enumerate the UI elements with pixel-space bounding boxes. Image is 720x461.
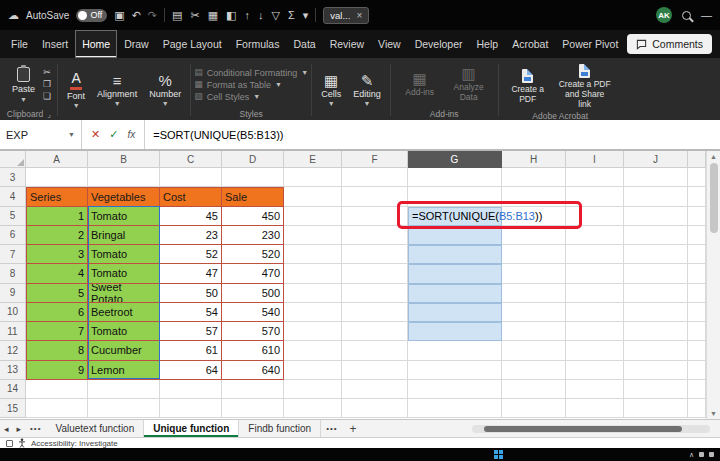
- row-header-3[interactable]: 3: [0, 168, 26, 187]
- cell-I15[interactable]: [566, 399, 624, 418]
- format-as-table-button[interactable]: ▦ Format as Table ▼: [194, 80, 308, 90]
- sheet-next-icon[interactable]: ▸: [13, 424, 26, 434]
- cell-C9[interactable]: 50: [160, 284, 222, 303]
- sigma-icon[interactable]: Σ: [288, 10, 295, 21]
- ribbon-tab-formulas[interactable]: Formulas: [229, 30, 287, 58]
- cell-K14[interactable]: [688, 380, 706, 399]
- cell-G7[interactable]: [408, 245, 502, 264]
- sort-desc-icon[interactable]: ↓: [258, 10, 264, 21]
- vertical-scrollbar[interactable]: ▲ ▼: [706, 151, 720, 419]
- horizontal-scroll-thumb[interactable]: [484, 426, 682, 432]
- row-header-14[interactable]: 14: [0, 380, 26, 399]
- cell-K8[interactable]: [688, 264, 706, 283]
- cell-H6[interactable]: [502, 226, 566, 245]
- cell-B15[interactable]: [88, 399, 160, 418]
- cell-G11[interactable]: [408, 322, 502, 341]
- cell-C3[interactable]: [160, 168, 222, 187]
- cell-K5[interactable]: [688, 207, 706, 226]
- vertical-scroll-thumb[interactable]: [710, 163, 718, 233]
- cell-G15[interactable]: [408, 399, 502, 418]
- undo-icon[interactable]: ↶: [132, 10, 141, 21]
- scissors-icon[interactable]: ✂: [190, 10, 199, 21]
- conditional-formatting-button[interactable]: ▤ Conditional Formatting ▼: [194, 68, 308, 78]
- cell-A13[interactable]: 9: [26, 361, 88, 380]
- cell-A12[interactable]: 8: [26, 341, 88, 360]
- cell-K6[interactable]: [688, 226, 706, 245]
- cell-C8[interactable]: 47: [160, 264, 222, 283]
- column-header-partial[interactable]: [688, 151, 706, 168]
- column-header-G[interactable]: G: [408, 151, 502, 168]
- cell-C14[interactable]: [160, 380, 222, 399]
- cell-D14[interactable]: [222, 380, 284, 399]
- avatar[interactable]: AK: [656, 7, 672, 23]
- scroll-up-icon[interactable]: ▲: [710, 153, 717, 160]
- cell-F10[interactable]: [342, 303, 408, 322]
- cell-F7[interactable]: [342, 245, 408, 264]
- cell-J7[interactable]: [624, 245, 688, 264]
- cell-C15[interactable]: [160, 399, 222, 418]
- cell-G9[interactable]: [408, 284, 502, 303]
- cell-H15[interactable]: [502, 399, 566, 418]
- ribbon-tab-data[interactable]: Data: [286, 30, 322, 58]
- cell-G13[interactable]: [408, 361, 502, 380]
- cell-I7[interactable]: [566, 245, 624, 264]
- cell-K10[interactable]: [688, 303, 706, 322]
- cell-B8[interactable]: Tomato: [88, 264, 160, 283]
- cell-E3[interactable]: [284, 168, 342, 187]
- cell-C11[interactable]: 57: [160, 322, 222, 341]
- ribbon-tab-view[interactable]: View: [371, 30, 408, 58]
- cell-J12[interactable]: [624, 341, 688, 360]
- column-header-J[interactable]: J: [624, 151, 688, 168]
- cell-A5[interactable]: 1: [26, 207, 88, 226]
- cell-A8[interactable]: 4: [26, 264, 88, 283]
- cell-C6[interactable]: 23: [160, 226, 222, 245]
- cell-F13[interactable]: [342, 361, 408, 380]
- cell-I3[interactable]: [566, 168, 624, 187]
- ribbon-tab-draw[interactable]: Draw: [117, 30, 156, 58]
- cell-D9[interactable]: 500: [222, 284, 284, 303]
- create-pdf-button[interactable]: Create a PDF: [505, 67, 551, 107]
- cell-A6[interactable]: 2: [26, 226, 88, 245]
- sheet-tab-valuetext-function[interactable]: Valuetext function: [46, 420, 144, 437]
- ribbon-tab-home[interactable]: Home: [75, 30, 117, 58]
- chevron-down-icon[interactable]: ▾: [303, 10, 309, 21]
- cell-E6[interactable]: [284, 226, 342, 245]
- cell-H9[interactable]: [502, 284, 566, 303]
- clipboard-icon[interactable]: ▤: [172, 10, 182, 21]
- cell-B10[interactable]: Beetroot: [88, 303, 160, 322]
- alignment-group-button[interactable]: ≡ Alignment ▼: [91, 60, 143, 120]
- cell-G12[interactable]: [408, 341, 502, 360]
- enter-icon[interactable]: ✓: [109, 129, 118, 140]
- cell-K13[interactable]: [688, 361, 706, 380]
- cell-D8[interactable]: 470: [222, 264, 284, 283]
- accessibility-status[interactable]: Accessibility: Investigate: [31, 439, 118, 448]
- cell-C10[interactable]: 54: [160, 303, 222, 322]
- search-box[interactable]: val... ×: [323, 7, 369, 24]
- column-header-H[interactable]: H: [502, 151, 566, 168]
- horizontal-scrollbar[interactable]: [472, 425, 710, 433]
- search-icon[interactable]: [682, 11, 691, 20]
- column-header-E[interactable]: E: [284, 151, 342, 168]
- select-all-button[interactable]: [0, 151, 26, 168]
- addins-button[interactable]: ▦ Add-ins: [397, 69, 443, 100]
- cell-E12[interactable]: [284, 341, 342, 360]
- cell-F8[interactable]: [342, 264, 408, 283]
- ribbon-tab-insert[interactable]: Insert: [35, 30, 75, 58]
- cell-E9[interactable]: [284, 284, 342, 303]
- ribbon-tab-file[interactable]: File: [4, 30, 35, 58]
- cell-I10[interactable]: [566, 303, 624, 322]
- cell-F5[interactable]: [342, 207, 408, 226]
- cell-I11[interactable]: [566, 322, 624, 341]
- cell-J3[interactable]: [624, 168, 688, 187]
- cell-H4[interactable]: [502, 187, 566, 206]
- cell-J11[interactable]: [624, 322, 688, 341]
- cell-A3[interactable]: [26, 168, 88, 187]
- cell-B13[interactable]: Lemon: [88, 361, 160, 380]
- column-header-D[interactable]: D: [222, 151, 284, 168]
- cell-D15[interactable]: [222, 399, 284, 418]
- column-header-C[interactable]: C: [160, 151, 222, 168]
- ribbon-tab-help[interactable]: Help: [470, 30, 506, 58]
- cell-I4[interactable]: [566, 187, 624, 206]
- paste-button[interactable]: Paste ▼: [7, 66, 40, 104]
- cell-C5[interactable]: 45: [160, 207, 222, 226]
